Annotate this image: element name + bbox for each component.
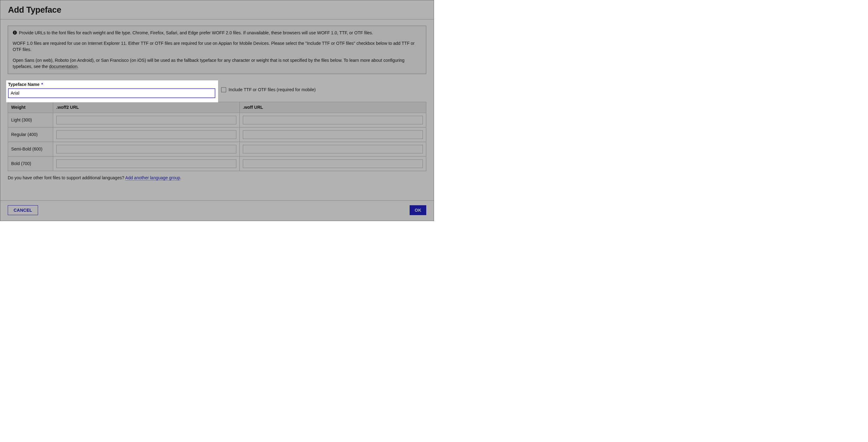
include-ttf-otf-checkbox-row[interactable]: Include TTF or OTF files (required for m… [221,87,315,92]
woff-url-input-bold[interactable] [243,159,423,168]
typeface-name-label: Typeface Name * [8,82,215,87]
weight-cell: Semi-Bold (600) [8,142,53,157]
weight-cell: Regular (400) [8,127,53,142]
info-text-3b: . [78,64,79,69]
info-paragraph-3: Open Sans (on web), Roboto (on Android),… [13,57,421,70]
info-icon [13,31,17,35]
include-ttf-otf-checkbox[interactable] [221,87,226,92]
ok-button[interactable]: OK [410,205,427,215]
svg-rect-1 [14,32,15,34]
info-paragraph-2: WOFF 1.0 files are required for use on I… [13,40,421,53]
include-ttf-otf-label: Include TTF or OTF files (required for m… [228,87,315,92]
woff-url-input-light[interactable] [243,115,423,124]
woff-url-input-semibold[interactable] [243,145,423,153]
woff-url-input-regular[interactable] [243,130,423,139]
add-typeface-dialog: Add Typeface Provide URLs to the font fi… [0,0,434,221]
weight-cell: Bold (700) [8,157,53,171]
table-row: Semi-Bold (600) [8,142,426,157]
svg-point-2 [14,31,15,32]
col-header-woff: .woff URL [240,102,426,113]
required-star-icon: * [41,82,43,87]
typeface-name-field: Typeface Name * [6,80,218,102]
weight-cell: Light (300) [8,113,53,127]
dialog-header: Add Typeface [0,0,434,20]
table-row: Bold (700) [8,157,426,171]
table-row: Regular (400) [8,127,426,142]
typeface-name-label-text: Typeface Name [8,82,40,87]
dialog-footer: CANCEL OK [0,200,434,221]
documentation-link[interactable]: documentation [49,64,78,69]
typeface-name-input[interactable] [8,89,215,98]
font-weights-table: Weight .woff2 URL .woff URL Light (300) … [8,102,426,171]
woff2-url-input-bold[interactable] [56,159,236,168]
dialog-title: Add Typeface [8,5,426,14]
info-text-1: Provide URLs to the font files for each … [19,30,373,35]
dialog-body: Provide URLs to the font files for each … [0,20,434,200]
info-paragraph-1: Provide URLs to the font files for each … [13,30,421,36]
col-header-woff2: .woff2 URL [53,102,240,113]
woff2-url-input-regular[interactable] [56,130,236,139]
info-box: Provide URLs to the font files for each … [8,26,426,74]
col-header-weight: Weight [8,102,53,113]
language-group-prompt: Do you have other font files to support … [8,175,426,180]
woff2-url-input-light[interactable] [56,115,236,124]
woff2-url-input-semibold[interactable] [56,145,236,153]
language-group-tail: . [180,175,181,180]
cancel-button[interactable]: CANCEL [8,205,38,215]
table-row: Light (300) [8,113,426,127]
add-language-group-link[interactable]: Add another language group [125,175,180,180]
language-group-question: Do you have other font files to support … [8,175,125,180]
